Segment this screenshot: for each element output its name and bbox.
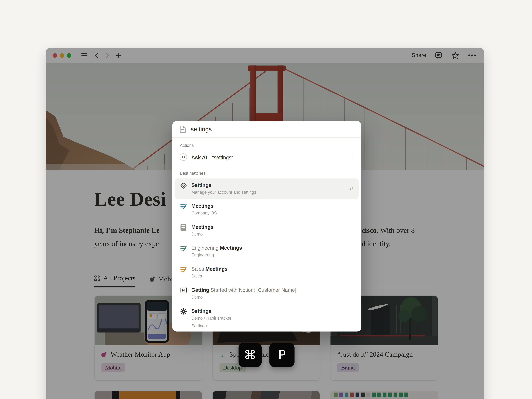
meeting-notes-green-icon — [180, 245, 187, 252]
actions-section-label: Actions — [172, 138, 361, 151]
meeting-notes-blue-icon — [180, 203, 187, 210]
notion-logo-icon: N — [180, 287, 186, 293]
gear-solid-icon — [180, 308, 187, 315]
result-meetings-company-os[interactable]: Meetings Company OS — [175, 199, 359, 220]
best-matches-section-label: Best matches — [172, 164, 361, 178]
result-engineering-meetings[interactable]: Engineering Meetings Engineering — [175, 241, 359, 262]
search-input[interactable] — [191, 126, 354, 133]
result-settings-habit-tracker[interactable]: Settings Demo / Habit Tracker Settings — [175, 304, 359, 331]
note-gray-icon — [181, 224, 186, 231]
search-row — [172, 121, 361, 137]
meeting-notes-orange-icon — [180, 266, 187, 273]
command-key: ⌘ — [239, 343, 262, 367]
page-icon — [180, 126, 186, 133]
gear-outline-icon — [180, 182, 187, 189]
p-key: P — [269, 343, 294, 367]
result-getting-started[interactable]: N Getting Started with Notion: [Customer… — [175, 283, 359, 304]
screen: Share ••• — [0, 0, 532, 399]
matching-block-snippet: Settings — [191, 323, 354, 329]
notion-ai-face-icon — [180, 153, 187, 161]
arrow-up-icon: ↑ — [351, 154, 354, 160]
result-settings[interactable]: Settings Manage your account and setting… — [175, 178, 359, 199]
quick-search-dialog: Actions Ask AI “settings” ↑ Best matches… — [172, 121, 361, 331]
shortcut-overlay: ⌘ P — [239, 343, 295, 367]
return-key-icon: ↵ — [349, 186, 354, 192]
result-sales-meetings[interactable]: Sales Meetings Sales — [175, 262, 359, 283]
ask-ai-action[interactable]: Ask AI “settings” ↑ — [172, 151, 361, 164]
result-meetings-demo[interactable]: Meetings Demo — [175, 220, 359, 241]
